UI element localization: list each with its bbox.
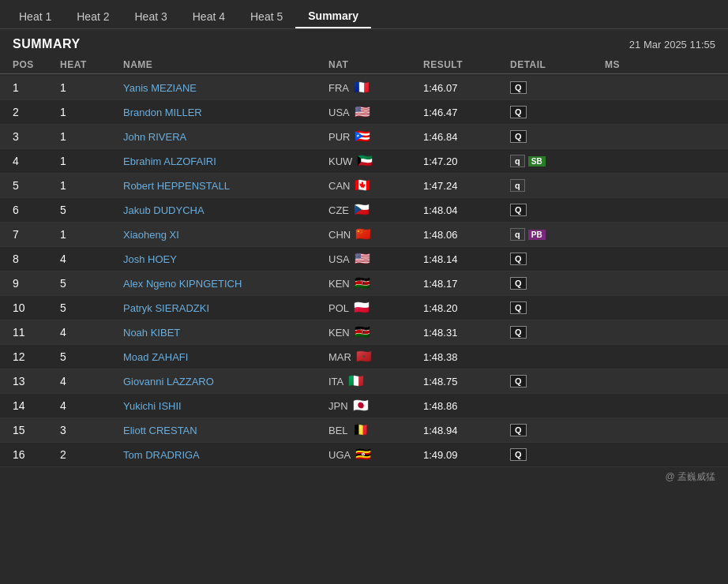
flag-icon: 🇯🇵 (353, 399, 369, 412)
cell-pos: 12 (13, 350, 60, 363)
cell-name[interactable]: Yanis MEZIANE (123, 82, 328, 94)
cell-result: 1:49.09 (423, 449, 510, 461)
detail-badge: q (510, 179, 525, 192)
table-row: 105Patryk SIERADZKIPOL🇵🇱1:48.20Q (0, 296, 728, 320)
cell-name[interactable]: Xiaoheng XI (123, 229, 328, 241)
cell-nat: FRA🇫🇷 (328, 81, 423, 94)
cell-nat: USA🇺🇸 (328, 106, 423, 118)
cell-pos: 14 (13, 399, 60, 412)
summary-title: SUMMARY (13, 37, 81, 51)
cell-result: 1:48.20 (423, 302, 510, 314)
nat-code: POL (328, 302, 349, 314)
cell-heat: 4 (60, 326, 123, 339)
cell-pos: 11 (13, 326, 60, 339)
tab-heat3[interactable]: Heat 3 (122, 6, 180, 28)
nat-code: MAR (328, 351, 351, 363)
cell-pos: 16 (13, 448, 60, 461)
table-row: 21Brandon MILLERUSA🇺🇸1:46.47Q (0, 100, 728, 125)
cell-result: 1:47.24 (423, 180, 510, 192)
nat-code: JPN (328, 400, 348, 412)
cell-pos: 1 (13, 81, 60, 94)
cell-heat: 1 (60, 81, 123, 94)
tab-heat5[interactable]: Heat 5 (238, 6, 295, 28)
cell-name[interactable]: Josh HOEY (123, 253, 328, 265)
cell-name[interactable]: Moad ZAHAFI (123, 351, 328, 363)
cell-detail: Q (510, 375, 605, 387)
cell-heat: 1 (60, 179, 123, 192)
cell-name[interactable]: Giovanni LAZZARO (123, 376, 328, 387)
flag-icon: 🇲🇦 (356, 350, 372, 363)
cell-name[interactable]: Jakub DUDYCHA (123, 204, 328, 216)
detail-badge: Q (510, 326, 527, 339)
watermark: @ 孟巍威猛 (0, 467, 728, 487)
nat-code: UGA (328, 449, 351, 461)
cell-nat: PUR🇵🇷 (328, 130, 423, 143)
table-row: 125Moad ZAHAFIMAR🇲🇦1:48.38 (0, 345, 728, 369)
cell-name[interactable]: Ebrahim ALZOFAIRI (123, 155, 328, 167)
cell-nat: KEN🇰🇪 (328, 277, 423, 290)
cell-result: 1:48.94 (423, 425, 510, 436)
tab-heat1[interactable]: Heat 1 (6, 6, 64, 28)
table-row: 162Tom DRADRIGAUGA🇺🇬1:49.09Q (0, 443, 728, 467)
cell-result: 1:48.31 (423, 327, 510, 339)
cell-detail: Q (510, 277, 605, 290)
col-pos: POS (13, 59, 60, 70)
flag-icon: 🇰🇼 (357, 155, 373, 167)
tab-summary[interactable]: Summary (295, 5, 371, 28)
results-table: 11Yanis MEZIANEFRA🇫🇷1:46.07Q21Brandon MI… (0, 76, 728, 467)
sb-badge: SB (528, 156, 546, 167)
cell-name[interactable]: Tom DRADRIGA (123, 449, 328, 461)
table-row: 31John RIVERAPUR🇵🇷1:46.84Q (0, 125, 728, 149)
cell-name[interactable]: Eliott CRESTAN (123, 425, 328, 436)
nat-code: BEL (328, 425, 348, 436)
flag-icon: 🇵🇱 (354, 301, 370, 314)
cell-heat: 5 (60, 350, 123, 363)
cell-detail: q (510, 179, 605, 192)
flag-icon: 🇰🇪 (355, 326, 370, 339)
col-nat: NAT (328, 59, 423, 70)
cell-heat: 5 (60, 277, 123, 290)
cell-detail: Q (510, 130, 605, 143)
cell-nat: POL🇵🇱 (328, 301, 423, 314)
cell-result: 1:48.38 (423, 351, 510, 363)
pb-badge: PB (528, 230, 546, 240)
cell-heat: 3 (60, 424, 123, 436)
cell-detail: qPB (510, 228, 605, 241)
cell-name[interactable]: Alex Ngeno KIPNGETICH (123, 278, 328, 290)
detail-badge: Q (510, 106, 527, 118)
tab-heat4[interactable]: Heat 4 (180, 6, 238, 28)
flag-icon: 🇮🇹 (348, 375, 364, 387)
detail-badge: Q (510, 301, 527, 314)
cell-result: 1:47.20 (423, 155, 510, 167)
flag-icon: 🇺🇬 (355, 448, 371, 461)
nat-code: CZE (328, 204, 349, 216)
cell-name[interactable]: John RIVERA (123, 131, 328, 143)
cell-detail: Q (510, 204, 605, 216)
cell-heat: 4 (60, 375, 123, 387)
cell-detail: Q (510, 424, 605, 436)
flag-icon: 🇨🇳 (355, 228, 371, 241)
cell-name[interactable]: Robert HEPPENSTALL (123, 180, 328, 192)
cell-detail: qSB (510, 155, 605, 167)
tab-heat2[interactable]: Heat 2 (64, 6, 122, 28)
cell-detail: Q (510, 326, 605, 339)
cell-pos: 8 (13, 253, 60, 265)
nat-code: KEN (328, 327, 350, 339)
cell-heat: 1 (60, 106, 123, 118)
cell-name[interactable]: Yukichi ISHII (123, 400, 328, 412)
flag-icon: 🇧🇪 (353, 424, 369, 436)
nat-code: KUW (328, 155, 352, 167)
cell-nat: UGA🇺🇬 (328, 448, 423, 461)
cell-heat: 5 (60, 204, 123, 216)
table-row: 114Noah KIBETKEN🇰🇪1:48.31Q (0, 320, 728, 345)
cell-name[interactable]: Noah KIBET (123, 327, 328, 339)
cell-nat: BEL🇧🇪 (328, 424, 423, 436)
cell-result: 1:48.75 (423, 376, 510, 387)
nat-code: PUR (328, 131, 350, 143)
cell-name[interactable]: Brandon MILLER (123, 107, 328, 118)
col-ms: MS (605, 59, 652, 70)
nat-code: ITA (328, 376, 343, 387)
cell-detail: Q (510, 81, 605, 94)
detail-badge: q (510, 228, 525, 241)
cell-name[interactable]: Patryk SIERADZKI (123, 302, 328, 314)
